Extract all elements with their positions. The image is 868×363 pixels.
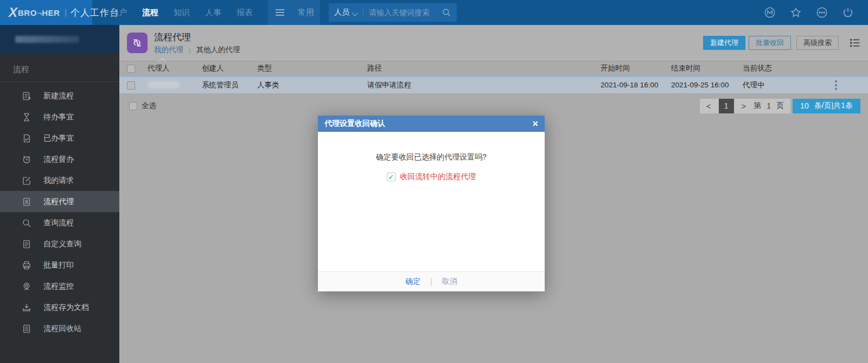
search-input[interactable] xyxy=(369,8,439,17)
new-agent-button[interactable]: 新建代理 xyxy=(703,36,745,50)
col-creator: 创建人 xyxy=(202,61,257,77)
sidebar-item-supervise[interactable]: 流程督办 xyxy=(0,149,119,170)
agent-tabs: 我的代理 | 其他人的代理 xyxy=(154,45,240,55)
id-card-icon xyxy=(22,197,31,207)
sidebar-item-my-requests[interactable]: 我的请求 xyxy=(0,170,119,191)
sidebar-item-todo[interactable]: 待办事宜 xyxy=(0,106,119,128)
row-more-actions-icon[interactable] xyxy=(804,80,868,90)
logo-part2: HER xyxy=(42,8,60,17)
advanced-search-button[interactable]: 高级搜索 xyxy=(796,36,839,50)
search-category-selector[interactable]: 人员 xyxy=(334,8,358,17)
sidebar-item-workflow-agent[interactable]: 流程代理 xyxy=(0,191,119,212)
nav-workflow[interactable]: 流程 xyxy=(135,0,166,25)
hamburger-icon xyxy=(276,8,284,17)
censored-username xyxy=(15,36,79,43)
agents-table: 代理人 创建人 类型 路径 开始时间 结束时间 当前状态 系统管理员 人事类 请… xyxy=(119,61,868,94)
sidebar-item-done[interactable]: 已办事宜 xyxy=(0,128,119,149)
hourglass-icon xyxy=(22,112,31,122)
select-all-label: 全选 xyxy=(142,101,156,111)
sidebar-item-label: 新建流程 xyxy=(43,91,74,101)
page-title: 流程代理 xyxy=(154,31,240,43)
favorites-star-icon[interactable] xyxy=(790,7,802,18)
prev-page-button[interactable]: < xyxy=(706,101,711,111)
nav-portal[interactable]: 门户 xyxy=(103,0,135,25)
workflow-agent-app-icon xyxy=(127,33,148,53)
dialog-check-row: ✓ 收回流转中的流程代理 xyxy=(318,172,545,182)
message-icon[interactable] xyxy=(764,7,776,18)
cancel-button[interactable]: 取消 xyxy=(442,277,457,286)
top-nav: 门户 流程 知识 人事 报表 xyxy=(103,0,260,25)
cell-path: 请假申请流程 xyxy=(367,77,601,94)
page-size-value: 10 xyxy=(800,101,809,110)
censored-agent-name xyxy=(148,81,179,88)
page-size-selector[interactable]: 10 条/页|共1条 xyxy=(793,99,860,113)
sidebar-item-label: 流程督办 xyxy=(43,155,74,164)
collapse-panel-caret-icon[interactable] xyxy=(158,58,166,62)
doc-plus-icon xyxy=(22,91,31,101)
nav-hr[interactable]: 人事 xyxy=(197,0,229,25)
cell-type: 人事类 xyxy=(257,77,367,94)
dialog-header[interactable]: 代理设置收回确认 × xyxy=(318,116,545,132)
tab-my-agents[interactable]: 我的代理 xyxy=(154,45,183,55)
pager-controls: < 1 > 第 1 页 xyxy=(700,99,790,113)
more-options-icon[interactable] xyxy=(816,7,828,18)
tab-others-agents[interactable]: 其他人的代理 xyxy=(196,45,240,55)
nav-knowledge[interactable]: 知识 xyxy=(166,0,197,25)
sidebar-item-label: 已办事宜 xyxy=(43,133,74,143)
confirm-button[interactable]: 确定 xyxy=(405,277,420,286)
page-jump-input[interactable]: 1 xyxy=(767,101,771,110)
nav-report[interactable]: 报表 xyxy=(229,0,260,25)
pagination: < 1 > 第 1 页 10 条/页|共1条 xyxy=(700,99,860,113)
sidebar-item-query-workflow[interactable]: 查询流程 xyxy=(0,212,119,233)
sidebar-item-batch-print[interactable]: 批量打印 xyxy=(0,254,119,276)
sidebar-item-label: 流程监控 xyxy=(43,282,74,291)
page-jump: 第 1 页 xyxy=(754,101,784,111)
select-all-checkbox[interactable] xyxy=(129,102,137,110)
sidebar-item-custom-query[interactable]: 自定义查询 xyxy=(0,233,119,254)
sidebar-item-workflow-monitor[interactable]: 流程监控 xyxy=(0,276,119,297)
sidebar-item-save-as-doc[interactable]: 流程存为文档 xyxy=(0,297,119,318)
topbar-right-icons xyxy=(764,0,868,25)
list-footer: 全选 < 1 > 第 1 页 10 条/页|共1条 xyxy=(119,94,868,118)
logo: XBRO⌐HER | 个人工作台 xyxy=(0,0,92,25)
recall-running-checkbox[interactable]: ✓ xyxy=(387,173,395,181)
all-menus-button[interactable] xyxy=(268,0,292,25)
col-agent: 代理人 xyxy=(148,61,202,77)
sidebar-section-label: 流程 xyxy=(0,54,119,81)
row-checkbox[interactable] xyxy=(127,81,135,90)
header-select-checkbox[interactable] xyxy=(127,65,135,73)
power-logout-icon[interactable] xyxy=(842,7,854,18)
dialog-body: 确定要收回已选择的代理设置吗? ✓ 收回流转中的流程代理 xyxy=(318,132,545,271)
sidebar-divider xyxy=(0,81,119,82)
close-icon[interactable]: × xyxy=(532,119,538,129)
current-page-button[interactable]: 1 xyxy=(719,99,734,113)
logo-x: X xyxy=(9,5,17,20)
sidebar-user-header[interactable] xyxy=(0,25,119,54)
search-divider xyxy=(363,8,363,17)
page-header: 流程代理 我的代理 | 其他人的代理 新建代理 批量收回 高级搜索 xyxy=(119,25,868,61)
table-header-row: 代理人 创建人 类型 路径 开始时间 结束时间 当前状态 xyxy=(119,61,868,77)
sidebar-item-label: 自定义查询 xyxy=(43,239,81,249)
alarm-clock-icon xyxy=(22,155,31,164)
sidebar-item-label: 流程存为文档 xyxy=(43,303,89,313)
col-type: 类型 xyxy=(257,61,367,77)
footer-separator: | xyxy=(430,277,432,286)
logo-divider: | xyxy=(65,8,67,17)
sidebar-item-label: 批量打印 xyxy=(43,260,74,270)
doc-lines-icon xyxy=(22,239,31,249)
search-icon[interactable] xyxy=(442,8,451,17)
sidebar-item-new-workflow[interactable]: 新建流程 xyxy=(0,85,119,106)
recall-running-label: 收回流转中的流程代理 xyxy=(400,172,476,182)
col-end-time: 结束时间 xyxy=(671,61,743,77)
cell-status: 代理中 xyxy=(743,77,804,94)
global-search: 人员 xyxy=(329,3,457,22)
printer-icon xyxy=(22,260,31,270)
logo-t: ⌐ xyxy=(37,8,42,17)
table-row[interactable]: 系统管理员 人事类 请假申请流程 2021-09-18 16:00 2021-0… xyxy=(119,77,868,94)
next-page-button[interactable]: > xyxy=(742,101,746,111)
batch-recall-button[interactable]: 批量收回 xyxy=(749,36,791,50)
sidebar-item-recycle-bin[interactable]: 流程回收站 xyxy=(0,318,119,339)
list-view-icon[interactable] xyxy=(850,38,860,48)
favorites-menu-button[interactable]: 常用 xyxy=(292,0,320,25)
cell-creator: 系统管理员 xyxy=(202,77,257,94)
